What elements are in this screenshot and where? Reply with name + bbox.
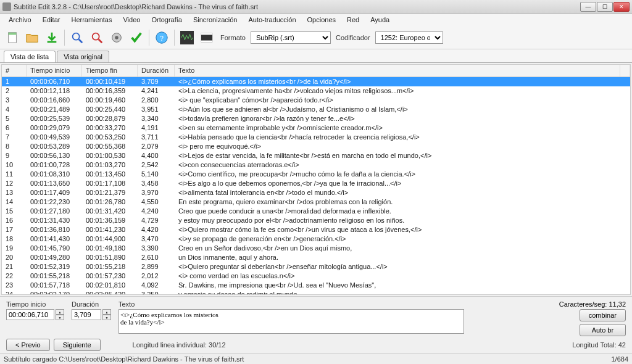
encoder-label: Codificador xyxy=(336,34,370,41)
table-row[interactable]: 600:00:29,07900:00:33,2704,191<i>en su e… xyxy=(2,123,630,133)
svg-rect-13 xyxy=(201,33,212,35)
table-row[interactable]: 1700:01:36,81000:01:41,2304,420<i>Quiero… xyxy=(2,225,630,234)
table-row[interactable]: 2000:01:49,28000:01:51,8902,610un Dios i… xyxy=(2,253,630,262)
statusbar: Subtítulo cargado C:\Users\root\Desktop\… xyxy=(0,353,632,364)
svg-rect-2 xyxy=(48,41,57,43)
window-title: Subtitle Edit 3.2.8 - C:\Users\root\Desk… xyxy=(14,3,580,10)
prev-button[interactable]: < Previo xyxy=(6,339,50,351)
menu-spell[interactable]: Ortografía xyxy=(146,15,187,25)
combine-button[interactable]: combinar xyxy=(580,309,626,321)
format-label: Formato xyxy=(220,34,246,41)
col-end[interactable]: Tiempo fin xyxy=(82,65,138,77)
table-row[interactable]: 300:00:16,66000:00:19,4602,800<i> que "e… xyxy=(2,96,630,105)
col-dur[interactable]: Duración xyxy=(138,65,175,77)
table-row[interactable]: 1500:01:27,18000:01:31,4204,240Creo que … xyxy=(2,207,630,216)
svg-point-5 xyxy=(93,33,99,39)
table-row[interactable]: 1800:01:41,43000:01:44,9003,470<i>y se p… xyxy=(2,234,630,244)
tab-sourceview[interactable]: Vista original xyxy=(57,51,109,62)
table-row[interactable]: 400:00:21,48900:00:25,4403,951<i>Aún los… xyxy=(2,105,630,114)
format-select[interactable]: SubRip (.srt) xyxy=(251,31,331,44)
table-row[interactable]: 2100:01:52,31900:01:55,2182,899<i>Quiero… xyxy=(2,262,630,271)
table-row[interactable]: 1000:01:00,72800:01:03,2702,542<i>con co… xyxy=(2,160,630,170)
table-row[interactable]: 1200:01:13,65000:01:17,1083,458<i>Es alg… xyxy=(2,179,630,188)
close-button[interactable]: ✕ xyxy=(613,2,630,12)
table-row[interactable]: 2400:02:02,17000:02:05,4203,250y aprecio… xyxy=(2,290,630,294)
list-header: # Tiempo inicio Tiempo fin Duración Text… xyxy=(2,65,630,77)
table-row[interactable]: 1400:01:22,23000:01:26,7804,550En este p… xyxy=(2,197,630,207)
menu-file[interactable]: Archivo xyxy=(4,15,36,25)
start-stepper[interactable]: ▲▼ xyxy=(56,309,64,320)
status-count: 1/684 xyxy=(611,355,628,363)
line-len-label: Longitud linea individual: 30/12 xyxy=(133,341,226,349)
list-body[interactable]: 100:00:06,71000:00:10,4193,709<i>¿Cómo e… xyxy=(2,77,630,294)
svg-rect-14 xyxy=(201,40,212,42)
table-row[interactable]: 1100:01:08,31000:01:13,4505,140<i>Como c… xyxy=(2,170,630,179)
table-row[interactable]: 800:00:53,28900:00:55,3682,079<i> pero m… xyxy=(2,142,630,151)
table-row[interactable]: 100:00:06,71000:00:10,4193,709<i>¿Cómo e… xyxy=(2,77,630,86)
text-label: Texto xyxy=(118,300,135,308)
autobr-button[interactable]: Auto br xyxy=(580,324,626,336)
tab-row: Vista de lista Vista original xyxy=(0,49,632,63)
table-row[interactable]: 900:00:56,13000:01:00,5304,400<i>Lejos d… xyxy=(2,151,630,160)
menu-sync[interactable]: Sincronización xyxy=(188,15,243,25)
titlebar: Subtitle Edit 3.2.8 - C:\Users\root\Desk… xyxy=(0,0,632,14)
svg-point-8 xyxy=(115,36,118,39)
menu-help[interactable]: Ayuda xyxy=(365,15,394,25)
video-icon[interactable] xyxy=(198,29,215,46)
dur-stepper[interactable]: ▲▼ xyxy=(102,309,111,320)
menu-edit[interactable]: Editar xyxy=(38,15,65,25)
text-input[interactable]: <i>¿Cómo explicamos los misterios de la … xyxy=(118,309,464,334)
editor-panel: Tiempo inicio ▲▼ Duración ▲▼ Texto Carac… xyxy=(0,296,632,353)
table-row[interactable]: 1900:01:45,79000:01:49,1803,390Creo en u… xyxy=(2,244,630,253)
menu-options[interactable]: Opciones xyxy=(302,15,341,25)
table-row[interactable]: 2300:01:57,71800:02:01,8104,092Sr. Dawki… xyxy=(2,281,630,290)
svg-rect-11 xyxy=(180,31,194,44)
total-len-label: Longitud Total: 42 xyxy=(572,341,626,349)
app-icon xyxy=(2,2,11,11)
minimize-button[interactable]: — xyxy=(580,2,596,12)
dur-label: Duración xyxy=(72,300,111,308)
encoder-select[interactable]: 1252: Europeo occi xyxy=(375,31,443,44)
status-text: Subtítulo cargado C:\Users\root\Desktop\… xyxy=(4,355,244,363)
table-row[interactable]: 500:00:25,53900:00:28,8793,340<i>todavía… xyxy=(2,114,630,123)
menu-autotrans[interactable]: Auto-traducción xyxy=(243,15,301,25)
subtitle-list: # Tiempo inicio Tiempo fin Duración Text… xyxy=(1,64,631,295)
svg-point-3 xyxy=(73,33,80,39)
next-button[interactable]: Siguiente xyxy=(54,339,101,351)
new-file-icon[interactable] xyxy=(4,29,21,46)
menu-tools[interactable]: Herramientas xyxy=(66,15,117,25)
save-icon[interactable] xyxy=(43,29,60,46)
svg-rect-1 xyxy=(9,32,17,35)
col-text[interactable]: Texto xyxy=(175,65,620,77)
dur-input[interactable] xyxy=(72,309,101,320)
replace-icon[interactable] xyxy=(88,29,106,46)
maximize-button[interactable]: ☐ xyxy=(597,2,613,12)
menu-video[interactable]: Video xyxy=(118,15,145,25)
settings-icon[interactable] xyxy=(108,29,125,46)
waveform-icon[interactable] xyxy=(178,29,196,46)
table-row[interactable]: 200:00:12,11800:00:16,3594,241<i>La cien… xyxy=(2,86,630,96)
find-icon[interactable] xyxy=(69,29,86,46)
svg-line-6 xyxy=(99,39,102,43)
menubar: Archivo Editar Herramientas Video Ortogr… xyxy=(0,14,632,26)
svg-text:?: ? xyxy=(160,35,164,41)
menu-net[interactable]: Red xyxy=(342,15,364,25)
cps-label: Caracteres/seg: 11,32 xyxy=(559,300,626,308)
tab-listview[interactable]: Vista de lista xyxy=(4,51,56,62)
toolbar: ? Formato SubRip (.srt) Codificador 1252… xyxy=(0,26,632,49)
table-row[interactable]: 700:00:49,53900:00:53,2503,711<i>Había p… xyxy=(2,133,630,142)
svg-line-4 xyxy=(79,39,83,43)
open-file-icon[interactable] xyxy=(23,29,41,46)
table-row[interactable]: 2200:01:55,21800:01:57,2302,012<i> como … xyxy=(2,271,630,281)
col-start[interactable]: Tiempo inicio xyxy=(27,65,82,77)
help-icon[interactable]: ? xyxy=(153,29,170,46)
start-input[interactable] xyxy=(6,309,54,320)
table-row[interactable]: 1300:01:17,40900:01:21,3793,970<i>alimen… xyxy=(2,188,630,197)
col-num[interactable]: # xyxy=(2,65,27,77)
start-label: Tiempo inicio xyxy=(6,300,64,308)
spellcheck-icon[interactable] xyxy=(128,29,145,46)
table-row[interactable]: 1600:01:31,43000:01:36,1594,729y estoy m… xyxy=(2,216,630,225)
